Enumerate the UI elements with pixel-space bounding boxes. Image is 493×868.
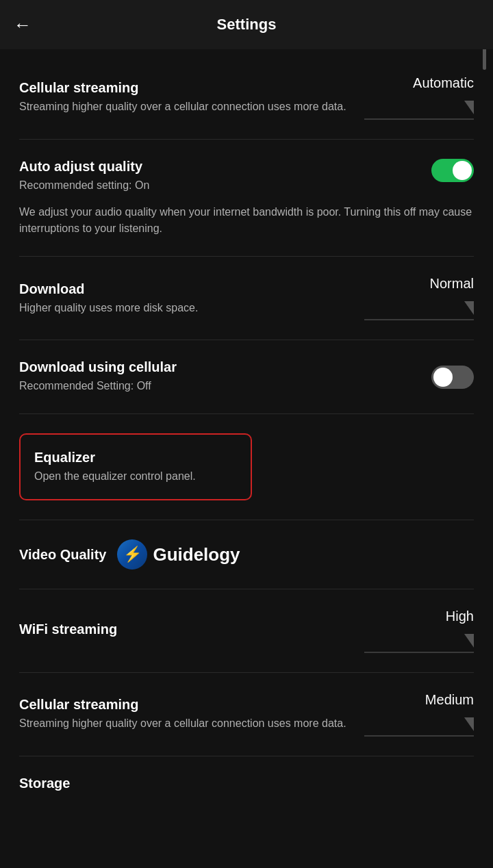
- auto-adjust-toggle[interactable]: [431, 159, 474, 182]
- equalizer-desc: Open the equalizer control panel.: [34, 469, 237, 484]
- download-desc: Higher quality uses more disk space.: [19, 301, 351, 316]
- download-cellular-recommended: Recommended Setting: Off: [19, 379, 418, 394]
- chevron-down-icon: [464, 301, 474, 315]
- wifi-streaming-section: WiFi streaming High: [19, 589, 474, 673]
- cellular-streaming-top-desc: Streaming higher quality over a cellular…: [19, 99, 351, 114]
- cellular-streaming-bottom-value: Medium: [425, 692, 474, 708]
- download-cellular-title: Download using cellular: [19, 359, 418, 375]
- download-value: Normal: [430, 276, 474, 292]
- auto-adjust-section: Auto adjust quality Recommended setting:…: [19, 140, 474, 257]
- cellular-streaming-bottom-title: Cellular streaming: [19, 697, 351, 713]
- equalizer-box[interactable]: Equalizer Open the equalizer control pan…: [19, 433, 252, 500]
- download-cellular-toggle[interactable]: [431, 366, 474, 389]
- dropdown-divider: [364, 118, 474, 120]
- cellular-streaming-top-left: Cellular streaming Streaming higher qual…: [19, 80, 364, 114]
- auto-adjust-desc: We adjust your audio quality when your i…: [19, 204, 474, 237]
- cellular-streaming-bottom-right[interactable]: Medium: [364, 692, 474, 737]
- cellular-streaming-top-dropdown-arrow[interactable]: [440, 95, 474, 114]
- equalizer-section: Equalizer Open the equalizer control pan…: [19, 414, 474, 520]
- auto-adjust-title: Auto adjust quality: [19, 159, 418, 175]
- auto-adjust-left: Auto adjust quality Recommended setting:…: [19, 159, 431, 193]
- guidelogy-text: Guidelogy: [153, 544, 240, 565]
- header: ← Settings: [0, 0, 493, 49]
- download-cellular-section: Download using cellular Recommended Sett…: [19, 340, 474, 413]
- chevron-down-icon: [464, 634, 474, 648]
- back-button[interactable]: ←: [14, 14, 31, 36]
- cellular-streaming-bottom-section: Cellular streaming Streaming higher qual…: [19, 673, 474, 756]
- chevron-down-icon: [464, 101, 474, 114]
- cellular-streaming-bottom-desc: Streaming higher quality over a cellular…: [19, 716, 351, 731]
- wifi-streaming-title: WiFi streaming: [19, 622, 351, 637]
- cellular-streaming-bottom-left: Cellular streaming Streaming higher qual…: [19, 697, 364, 731]
- wifi-streaming-right[interactable]: High: [364, 609, 474, 653]
- equalizer-title: Equalizer: [34, 450, 237, 465]
- download-right[interactable]: Normal: [364, 276, 474, 320]
- wifi-streaming-value: High: [446, 609, 474, 624]
- guidelogy-icon: [117, 539, 147, 570]
- scroll-indicator: [0, 49, 493, 53]
- download-dropdown-arrow[interactable]: [440, 296, 474, 315]
- cellular-streaming-bottom-dropdown-arrow[interactable]: [440, 712, 474, 731]
- guidelogy-badge: Guidelogy: [117, 539, 240, 570]
- cellular-streaming-top-value: Automatic: [413, 75, 474, 91]
- download-section: Download Higher quality uses more disk s…: [19, 257, 474, 340]
- storage-section: Storage: [19, 756, 474, 814]
- page-title: Settings: [217, 16, 277, 34]
- cellular-streaming-top-title: Cellular streaming: [19, 80, 351, 96]
- download-left: Download Higher quality uses more disk s…: [19, 281, 364, 316]
- wifi-streaming-dropdown-arrow[interactable]: [440, 628, 474, 648]
- download-cellular-left: Download using cellular Recommended Sett…: [19, 359, 431, 394]
- toggle-knob: [433, 368, 453, 387]
- cellular-streaming-top-right[interactable]: Automatic: [364, 75, 474, 120]
- cellular-streaming-top-section: Cellular streaming Streaming higher qual…: [19, 56, 474, 140]
- toggle-knob: [453, 161, 472, 180]
- wifi-streaming-left: WiFi streaming: [19, 622, 364, 641]
- dropdown-divider: [364, 652, 474, 653]
- settings-content: Cellular streaming Streaming higher qual…: [0, 56, 493, 814]
- video-quality-title: Video Quality: [19, 547, 106, 563]
- chevron-down-icon: [464, 717, 474, 731]
- dropdown-divider: [364, 319, 474, 320]
- download-title: Download: [19, 281, 351, 297]
- storage-title: Storage: [19, 776, 474, 791]
- dropdown-divider: [364, 735, 474, 737]
- video-quality-section: Video Quality Guidelogy: [19, 520, 474, 589]
- auto-adjust-recommended: Recommended setting: On: [19, 178, 418, 193]
